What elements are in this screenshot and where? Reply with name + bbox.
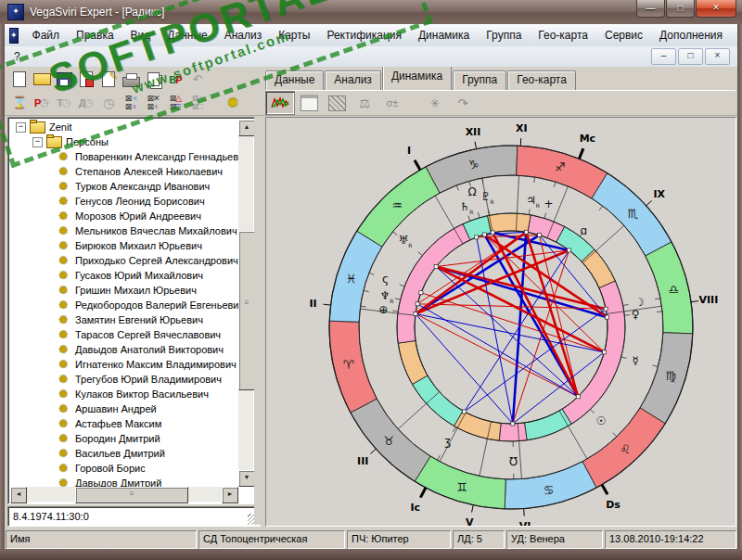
- tree-person-item[interactable]: ✺ Трегубов Юрий Владимирович: [10, 372, 238, 387]
- mdi-close-button[interactable]: ×: [705, 48, 730, 65]
- menu-item[interactable]: Сервис: [596, 26, 651, 45]
- new-document-icon[interactable]: [8, 69, 31, 90]
- minimize-button[interactable]: —: [636, 0, 665, 18]
- tree-person-item[interactable]: ✺ Гришин Михаил Юрьевич: [10, 283, 238, 298]
- tree-person-item[interactable]: ✺ Степанов Алексей Николаевич: [10, 164, 238, 179]
- titlebar[interactable]: ✦ VegaSviri Expert - [Радикс] — □ ×: [0, 0, 742, 24]
- hatch-fill-icon[interactable]: [323, 92, 351, 114]
- print-icon[interactable]: [120, 69, 142, 90]
- tree-person-item[interactable]: ✺ Бородин Дмитрий: [10, 431, 238, 446]
- person-name: Мельников Вячеслав Михайлович: [75, 223, 237, 238]
- scroll-down-button[interactable]: ▼: [238, 470, 255, 487]
- svg-text:IX: IX: [653, 188, 665, 200]
- tree-person-item[interactable]: ✺ Морозов Юрий Андреевич: [10, 209, 238, 223]
- tab-gruppa[interactable]: Группа: [453, 70, 506, 90]
- tree-person-item[interactable]: ✺ Горовой Борис: [10, 461, 238, 476]
- tree-person-item[interactable]: ✺ Поваренкин Александр Геннадьевич: [10, 149, 238, 164]
- collapse-icon[interactable]: −: [32, 137, 43, 147]
- menu-item[interactable]: Гео-карта: [530, 26, 596, 45]
- scroll-left-button[interactable]: ◄: [10, 487, 27, 503]
- scroll-right-button[interactable]: ►: [222, 487, 238, 503]
- tree-person-item[interactable]: ✺ Давыдов Анатолий Викторович: [10, 342, 238, 357]
- persons-tree: − Zenit − Персоны ✺ Поваренкин Александр…: [10, 120, 238, 487]
- tree-person-item[interactable]: ✺ Генусов Леонид Борисович: [10, 194, 238, 209]
- person-icon: ✺: [58, 342, 71, 357]
- tree-person-item[interactable]: ✺ Бирюков Михаил Юрьевич: [10, 238, 238, 253]
- menu-item[interactable]: Файл: [24, 26, 69, 45]
- mdi-child-icon[interactable]: ✦: [9, 28, 19, 44]
- vertical-scroll-thumb[interactable]: ≡: [238, 231, 255, 390]
- p-clock-icon[interactable]: P◷: [31, 92, 53, 113]
- tree-horizontal-scrollbar[interactable]: ◄ ≡ ►: [10, 487, 238, 502]
- tree-vertical-scrollbar[interactable]: ▲ ≡ ▼: [238, 120, 253, 487]
- tree-person-item[interactable]: ✺ Давыдов Дмитрий: [10, 476, 238, 487]
- undo-icon[interactable]: ↶: [186, 69, 209, 90]
- person-icon: ✺: [58, 223, 71, 238]
- clock-icon[interactable]: ◷: [97, 92, 120, 113]
- t-clock-icon[interactable]: T◷: [53, 92, 75, 113]
- tree-group[interactable]: − Персоны: [10, 134, 238, 149]
- tab-geokarta[interactable]: Гео-карта: [507, 70, 576, 90]
- birth-datetime-field[interactable]: 8.4.1974.11:30:0: [7, 506, 261, 527]
- tree-person-item[interactable]: ✺ Астафьев Максим: [10, 416, 238, 431]
- menu-item[interactable]: Группа: [478, 26, 530, 45]
- panel-splitter[interactable]: [254, 117, 265, 525]
- d-clock-icon[interactable]: Д◷: [75, 92, 97, 113]
- menu-item[interactable]: Правка: [68, 26, 122, 45]
- rotate-arrow-icon[interactable]: ↷: [449, 92, 477, 114]
- bp-flags-icon[interactable]: BP: [164, 69, 186, 90]
- tree-person-item[interactable]: ✺ Гусаков Юрий Михайлович: [10, 268, 238, 283]
- report-document-icon[interactable]: [75, 69, 97, 90]
- waveform-chart-icon[interactable]: [265, 91, 295, 115]
- persons-tree-panel: − Zenit − Персоны ✺ Поваренкин Александр…: [7, 117, 256, 504]
- tree-person-item[interactable]: ✺ Игнатенко Максим Владимирович: [10, 357, 238, 372]
- mdi-restore-button[interactable]: □: [678, 48, 703, 65]
- color-wheel-icon[interactable]: ✺: [222, 92, 244, 113]
- svg-text:R: R: [536, 202, 540, 209]
- menu-item[interactable]: Динамика: [410, 26, 478, 45]
- tree-person-item[interactable]: ✺ Аршавин Андрей: [10, 401, 238, 416]
- maximize-button[interactable]: □: [666, 0, 695, 18]
- tree-person-item[interactable]: ✺ Турков Александр Иванович: [10, 179, 238, 194]
- open-folder-icon[interactable]: [31, 69, 53, 90]
- menu-item-help[interactable]: ?: [5, 48, 30, 65]
- menu-item[interactable]: Анализ: [216, 26, 271, 45]
- tree-person-item[interactable]: ✺ Тарасов Сергей Вячеславович: [10, 327, 238, 342]
- menu-item[interactable]: Дополнения: [651, 26, 731, 45]
- scales-icon[interactable]: ⚖: [351, 92, 378, 114]
- tree-root[interactable]: − Zenit: [10, 120, 238, 134]
- tab-analiz[interactable]: Анализ: [325, 70, 381, 90]
- person-name: Игнатенко Максим Владимирович: [75, 357, 237, 372]
- tree-person-item[interactable]: ✺ Приходько Сергей Александрович: [10, 253, 238, 268]
- menu-item[interactable]: Карты: [270, 26, 318, 45]
- svg-text:♈: ♈: [343, 358, 354, 372]
- tree-person-item[interactable]: ✺ Кулаков Виктор Васильевич: [10, 387, 238, 401]
- tree-person-item[interactable]: ✺ Мельников Вячеслав Михайлович: [10, 223, 238, 238]
- tab-dinamika[interactable]: Динамика: [382, 65, 452, 90]
- menu-item[interactable]: Вид: [122, 26, 160, 45]
- window-frame-icon[interactable]: [295, 92, 323, 114]
- copy-icon[interactable]: [142, 69, 164, 90]
- checkbox-planets-icon[interactable]: ⊠♃⊠♆: [120, 92, 142, 113]
- checkbox-gray-triangle-icon[interactable]: ⊠△⊠□: [186, 92, 209, 113]
- menu-item[interactable]: Ректификация: [318, 26, 410, 45]
- person-icon: ✺: [58, 401, 71, 416]
- collapse-icon[interactable]: −: [16, 122, 26, 133]
- hourglass-icon[interactable]: ⌛: [8, 92, 31, 113]
- checkbox-red-triangle-icon[interactable]: ⊠△⊠□: [164, 92, 186, 113]
- horizontal-scroll-thumb[interactable]: ≡: [75, 487, 188, 503]
- person-icon: ✺: [58, 357, 71, 372]
- starburst-icon[interactable]: ✳: [421, 92, 449, 114]
- mdi-minimize-button[interactable]: –: [651, 48, 676, 65]
- checkbox-cross-icon[interactable]: ⊠✕⊠♆: [142, 92, 164, 113]
- tab-dannye[interactable]: Данные: [265, 70, 324, 90]
- menu-item[interactable]: Данные: [159, 26, 215, 45]
- tree-person-item[interactable]: ✺ Васильев Дмитрий: [10, 446, 238, 461]
- tree-person-item[interactable]: ✺ Редкобородов Валерий Евгеньевич: [10, 298, 238, 312]
- transit-icon[interactable]: σ±: [378, 92, 406, 114]
- tree-person-item[interactable]: ✺ Замятин Евгений Юрьевич: [10, 312, 238, 327]
- scroll-up-button[interactable]: ▲: [238, 120, 255, 136]
- save-icon[interactable]: [53, 69, 75, 90]
- edit-document-icon[interactable]: ✎: [97, 69, 120, 90]
- close-button[interactable]: ×: [696, 0, 736, 18]
